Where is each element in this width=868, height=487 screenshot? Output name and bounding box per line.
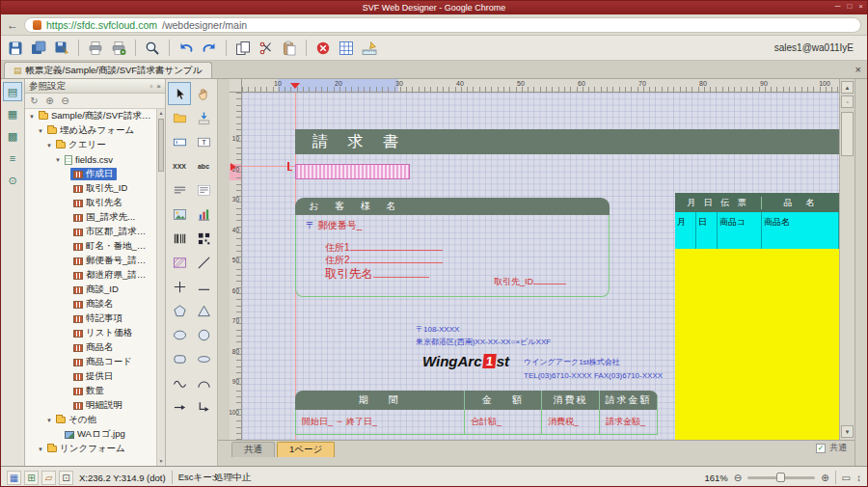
- tab-page1[interactable]: 1ページ: [277, 442, 335, 457]
- canvas-vertical-scrollbar[interactable]: ▲ ▫ ▼: [839, 79, 854, 440]
- close-panel-icon[interactable]: ×: [156, 82, 161, 91]
- tree-item[interactable]: ▼Sample/商談/SVF請求書...: [25, 109, 156, 123]
- window-titlebar[interactable]: SVF Web Designer - Google Chrome ─ □ ×: [1, 1, 867, 14]
- snap-toggle-button[interactable]: ⊞: [24, 471, 39, 485]
- company-address-object[interactable]: 〒108-XXXX 東京都港区(西南)XX-XX-XX○×ビルXXF: [416, 323, 551, 348]
- tree-item[interactable]: 数量: [25, 384, 156, 398]
- export-tool-button[interactable]: [192, 106, 215, 129]
- static-text-tool-button[interactable]: abc: [192, 154, 215, 177]
- tree-item[interactable]: 明細説明: [25, 398, 156, 413]
- customer-name-header[interactable]: お 客 様 名: [295, 198, 610, 215]
- postal-code-field[interactable]: 〒 郵便番号_: [306, 219, 362, 232]
- company-logo-object[interactable]: WingArc1st: [422, 353, 509, 369]
- refresh-button[interactable]: ↻: [28, 95, 41, 107]
- zoom-out-button[interactable]: ⊖: [734, 473, 742, 483]
- summary-value-cell[interactable]: 消費税_: [542, 410, 600, 434]
- save-as-button[interactable]: [51, 38, 72, 59]
- grid-toggle-button[interactable]: ▦: [7, 471, 21, 485]
- tree-item[interactable]: ▼クエリー: [25, 138, 156, 152]
- layer-panel-button[interactable]: ≡: [3, 149, 22, 168]
- design-canvas[interactable]: 請 求 書 お 客 様 名 〒 郵便番号_ 住所1 住所2: [242, 93, 839, 440]
- expander-icon[interactable]: ▼: [37, 446, 44, 452]
- tree-item[interactable]: リスト価格: [25, 326, 156, 340]
- print-settings-button[interactable]: [108, 38, 129, 59]
- customer-box[interactable]: 〒 郵便番号_ 住所1 住所2 取引先名 取引先_ID: [295, 215, 610, 297]
- barcode-2d-tool-button[interactable]: [192, 227, 215, 250]
- address1-field[interactable]: 住所1: [325, 241, 443, 255]
- tree-item[interactable]: ▼fields.csv: [25, 152, 156, 167]
- scroll-up-button[interactable]: ▲: [841, 81, 854, 94]
- tree-item[interactable]: 商品名: [25, 340, 156, 355]
- summary-header-cell[interactable]: 金 額: [465, 391, 542, 410]
- tree-item[interactable]: 町名・番地_請求...: [25, 239, 156, 254]
- close-button[interactable]: ×: [858, 2, 863, 11]
- field-tool-button[interactable]: [168, 130, 191, 153]
- zoom-fit-all-button[interactable]: [142, 38, 163, 59]
- tree-item[interactable]: WAロゴ.jpg: [25, 427, 156, 442]
- tree-item[interactable]: 作成日: [25, 167, 156, 181]
- company-name-object[interactable]: ウイングアーク1st株式会社: [524, 357, 620, 367]
- circle-tool-button[interactable]: [192, 323, 215, 346]
- copy-button[interactable]: [232, 38, 254, 59]
- reference-panel-button[interactable]: ▦: [3, 104, 22, 123]
- remove-reference-button[interactable]: ⊖: [59, 95, 71, 107]
- open-form-tool-button[interactable]: [168, 106, 191, 129]
- minimize-button[interactable]: ─: [835, 2, 841, 11]
- tree-item[interactable]: 特記事項: [25, 311, 156, 326]
- site-security-icon[interactable]: [33, 20, 41, 30]
- tree-item[interactable]: 国_請求先...: [25, 210, 156, 225]
- tree-item[interactable]: 郵便番号_請求先...: [25, 254, 156, 268]
- user-account-label[interactable]: sales1@wa011IyE: [774, 42, 863, 53]
- arrow-tool-button[interactable]: [168, 395, 191, 419]
- selected-field-object[interactable]: [295, 164, 410, 179]
- zoom-slider-thumb[interactable]: [776, 473, 785, 482]
- detail-column-header[interactable]: 月: [675, 212, 696, 232]
- summary-table[interactable]: 期 間金 額消費税請求金額 開始日_ ～ 終了日_合計額_消費税_請求金額_: [295, 391, 658, 435]
- diagonal-line-tool-button[interactable]: [192, 251, 215, 274]
- detail-empty-cell[interactable]: [675, 232, 696, 249]
- guide-toggle-button[interactable]: ▱: [41, 471, 56, 485]
- summary-header-cell[interactable]: 消費税: [542, 391, 600, 410]
- cut-button[interactable]: [256, 38, 277, 59]
- common-checkbox[interactable]: ✓: [816, 444, 826, 453]
- ellipse-tool-button[interactable]: [168, 323, 191, 346]
- multiline-text-tool-button[interactable]: [168, 178, 191, 202]
- detail-column-header[interactable]: 日: [696, 212, 718, 232]
- zoom-in-button[interactable]: ⊕: [821, 473, 828, 483]
- detail-body-area[interactable]: [675, 249, 839, 440]
- summary-value-cell[interactable]: 合計額_: [465, 410, 542, 434]
- expander-icon[interactable]: ▼: [37, 128, 44, 134]
- detail-column-header[interactable]: 商品コ: [718, 212, 762, 232]
- url-input[interactable]: https://sfdc.svfcloud.com /webdesigner/m…: [24, 17, 861, 33]
- invoice-title-object[interactable]: 請 求 書: [295, 129, 839, 154]
- detail-table[interactable]: 月 日 伝 票 品 名 月日商品コ商品名: [675, 193, 839, 440]
- bent-arrow-tool-button[interactable]: [192, 395, 215, 419]
- back-button[interactable]: ←: [7, 19, 18, 31]
- close-document-icon[interactable]: ×: [855, 64, 861, 75]
- detail-empty-cell[interactable]: [762, 232, 839, 249]
- preview-toggle-button[interactable]: ⊡: [59, 471, 73, 485]
- tree-item[interactable]: 取引先名: [25, 196, 156, 210]
- line-tool-button[interactable]: [192, 275, 215, 298]
- fit-page-button[interactable]: ▭: [842, 473, 851, 483]
- summary-value-cell[interactable]: 開始日_ ～ 終了日_: [295, 410, 465, 434]
- detail-empty-cell[interactable]: [718, 232, 762, 249]
- tree-item[interactable]: 提供日: [25, 369, 156, 384]
- tree-scroll-down-icon[interactable]: ▼: [157, 457, 165, 466]
- tab-common[interactable]: 共通: [231, 442, 275, 457]
- tree-scrollbar[interactable]: ▲ ▼: [156, 109, 165, 466]
- add-reference-button[interactable]: ⊕: [43, 95, 56, 107]
- hand-tool-button[interactable]: [192, 82, 215, 105]
- scrollbar-thumb[interactable]: [841, 112, 854, 156]
- ruler-options-button[interactable]: ▫: [841, 95, 854, 108]
- undo-button[interactable]: [176, 38, 197, 59]
- field-list-panel-button[interactable]: ▩: [3, 126, 22, 146]
- tree-scroll-up-icon[interactable]: ▲: [157, 109, 165, 118]
- tree-item[interactable]: 商談名: [25, 297, 156, 311]
- block-text-tool-button[interactable]: [192, 178, 215, 202]
- client-id-field[interactable]: 取引先_ID: [494, 276, 566, 288]
- delete-button[interactable]: [312, 38, 334, 59]
- summary-header-cell[interactable]: 期 間: [295, 391, 465, 410]
- client-name-field[interactable]: 取引先名: [325, 266, 429, 283]
- cross-line-tool-button[interactable]: [168, 275, 191, 298]
